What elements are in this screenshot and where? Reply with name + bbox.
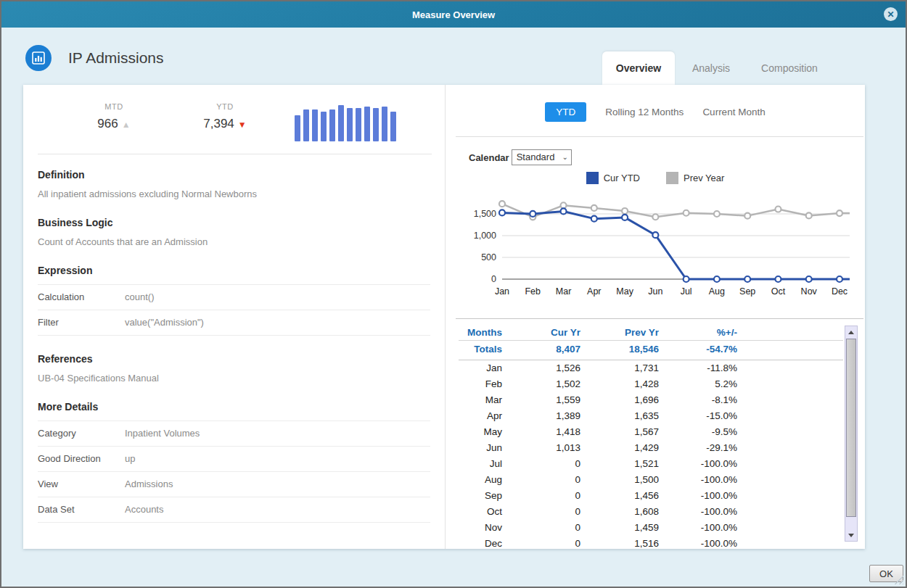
svg-text:Aug: Aug: [709, 286, 725, 297]
sparkline-bar: [382, 107, 387, 141]
legend-item-cur-ytd: Cur YTD: [586, 172, 640, 184]
table-cell: [739, 440, 843, 456]
table-cell: 0: [504, 472, 582, 488]
svg-text:0: 0: [491, 274, 496, 284]
table-cell: 1,521: [582, 456, 660, 472]
sparkline-bar: [364, 107, 370, 141]
svg-text:Sep: Sep: [739, 286, 755, 297]
legend-item-prev-year: Prev Year: [666, 172, 724, 184]
table-row: Oct01,608-100.0%: [459, 504, 843, 520]
sparkline-bar: [373, 108, 379, 141]
detail-value: Inpatient Volumes: [125, 428, 200, 439]
table-cell: -100.0%: [660, 520, 739, 536]
table-row: Mar1,5591,696-8.1%: [459, 392, 843, 408]
scrollbar-thumb[interactable]: [846, 339, 856, 517]
table-cell: Dec: [459, 536, 504, 552]
svg-text:Dec: Dec: [832, 286, 848, 297]
detail-row: Good Directionup: [38, 446, 430, 471]
detail-label: View: [38, 479, 125, 489]
view-tab-ytd[interactable]: YTD: [545, 102, 586, 122]
view-tab-rolling-12-months[interactable]: Rolling 12 Months: [605, 107, 684, 117]
svg-text:Feb: Feb: [525, 286, 541, 297]
table-cell: 1,502: [504, 376, 582, 392]
ytd-label: YTD: [181, 102, 268, 111]
tab-overview[interactable]: Overview: [602, 51, 675, 85]
table-cell: 1,459: [582, 520, 660, 536]
svg-text:Apr: Apr: [587, 286, 601, 297]
table-cell: Jun: [459, 440, 504, 456]
table-cell: 8,407: [504, 341, 582, 360]
table-cell: 1,516: [582, 536, 660, 552]
table-cell: [739, 376, 843, 392]
monthly-table: MonthsCur YrPrev Yr%+/- Totals8,40718,54…: [459, 326, 843, 552]
mtd-label: MTD: [74, 102, 154, 111]
table-cell: 0: [504, 504, 582, 520]
table-cell: [739, 392, 843, 408]
definition-heading: Definition: [38, 169, 430, 181]
table-cell: 1,428: [582, 376, 660, 392]
tab-composition[interactable]: Composition: [747, 51, 832, 85]
table-row: Jul01,521-100.0%: [459, 456, 843, 472]
trend-panel: YTD Rolling 12 Months Current Month Cale…: [446, 85, 865, 549]
table-cell: 0: [504, 536, 582, 552]
measure-overview-dialog: Measure Overview ✕ IP Admissions Overvie…: [0, 0, 907, 588]
calendar-selected-value: Standard: [517, 152, 555, 162]
table-cell: [739, 456, 843, 472]
table-header-cell: Months: [459, 326, 504, 341]
business-logic-heading: Business Logic: [38, 217, 430, 228]
table-cell: 1,731: [582, 360, 660, 377]
more-details-heading: More Details: [38, 401, 430, 413]
scroll-up-arrow-icon[interactable]: [845, 326, 857, 338]
table-cell: [739, 520, 843, 536]
table-row: Feb1,5021,4285.2%: [459, 376, 843, 392]
table-cell: [739, 408, 843, 424]
legend-label: Cur YTD: [604, 173, 640, 183]
sparkline-bar: [356, 108, 361, 141]
detail-label: Good Direction: [38, 453, 125, 464]
detail-label: Filter: [38, 317, 125, 328]
close-icon[interactable]: ✕: [884, 7, 898, 21]
table-cell: 1,429: [582, 440, 660, 456]
table-cell: Aug: [459, 472, 504, 488]
detail-row: CategoryInpatient Volumes: [38, 421, 430, 446]
calendar-label: Calendar: [469, 152, 509, 163]
trend-up-icon: ▲: [122, 120, 131, 130]
table-cell: 1,418: [504, 424, 582, 440]
mtd-value: 966▲: [74, 117, 154, 131]
tab-analysis[interactable]: Analysis: [675, 51, 747, 85]
monthly-table-wrap: MonthsCur YrPrev Yr%+/- Totals8,40718,54…: [459, 326, 843, 552]
detail-value: value("Admission"): [125, 317, 204, 328]
measure-detail-panel: MTD 966▲ YTD 7,394▼ Definition All inpat…: [23, 85, 445, 549]
ytd-value: 7,394▼: [181, 117, 268, 131]
detail-row: Filtervalue("Admission"): [38, 310, 430, 336]
svg-text:Jun: Jun: [648, 286, 662, 297]
sparkline: [295, 105, 396, 141]
table-cell: 18,546: [582, 341, 660, 360]
table-cell: -15.0%: [660, 408, 739, 424]
trend-chart: 05001,0001,500JanFebMarAprMayJunJulAugSe…: [460, 191, 855, 299]
table-cell: [739, 488, 843, 504]
table-cell: -54.7%: [660, 341, 739, 360]
svg-text:Oct: Oct: [771, 286, 786, 297]
table-cell: [739, 341, 843, 360]
table-cell: -100.0%: [660, 536, 739, 552]
detail-row: Data SetAccounts: [38, 497, 430, 523]
table-cell: -100.0%: [660, 472, 739, 488]
table-cell: 1,526: [504, 360, 582, 377]
resize-grip[interactable]: [895, 576, 903, 584]
table-scrollbar[interactable]: [845, 326, 858, 542]
detail-row: ViewAdmissions: [38, 471, 430, 497]
table-row: Nov01,459-100.0%: [459, 520, 843, 536]
titlebar: Measure Overview ✕: [1, 1, 906, 28]
view-tab-current-month[interactable]: Current Month: [702, 107, 765, 117]
sparkline-bar: [312, 109, 318, 141]
table-cell: 5.2%: [660, 376, 739, 392]
table-cell: 1,567: [582, 424, 660, 440]
sparkline-bar: [338, 105, 344, 141]
calendar-select[interactable]: Standard ⌄: [512, 149, 572, 165]
sparkline-bar: [303, 109, 309, 141]
table-cell: [739, 424, 843, 440]
sparkline-bar: [321, 112, 327, 141]
scroll-down-arrow-icon[interactable]: [845, 529, 857, 541]
table-row: May1,4181,567-9.5%: [459, 424, 843, 440]
